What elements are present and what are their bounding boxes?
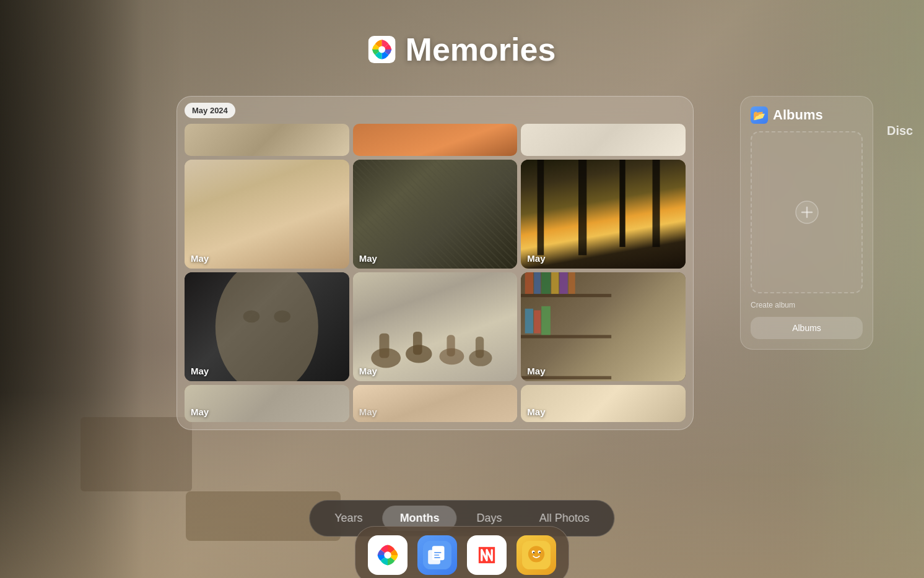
photo-cell[interactable]: May: [521, 385, 686, 422]
svg-rect-18: [521, 294, 611, 297]
month-label: May: [359, 253, 377, 264]
photo-row-1: May May May: [185, 160, 686, 269]
photo-row-3-partial: May May May: [185, 385, 686, 422]
svg-point-7: [216, 272, 318, 381]
svg-rect-22: [534, 272, 541, 294]
dock-news[interactable]: [467, 535, 507, 575]
svg-rect-13: [413, 332, 422, 355]
create-album-label: Create album: [751, 301, 863, 309]
albums-title: Albums: [773, 107, 823, 123]
dock: [355, 526, 569, 578]
svg-point-16: [469, 350, 492, 366]
month-label: May: [527, 366, 545, 376]
sofa: [81, 417, 192, 491]
photo-cell[interactable]: May: [353, 272, 518, 381]
svg-point-12: [406, 345, 432, 363]
svg-rect-15: [447, 335, 455, 356]
month-label: May: [527, 253, 545, 264]
svg-rect-17: [476, 337, 484, 358]
photo-cell[interactable]: [521, 124, 686, 156]
photo-cell[interactable]: [185, 124, 349, 156]
news-icon: [473, 541, 501, 569]
month-label: May: [527, 407, 545, 417]
album-plus-icon: [795, 200, 819, 225]
svg-point-14: [439, 348, 464, 365]
photos-app-icon: [368, 36, 396, 63]
svg-rect-11: [379, 334, 389, 358]
photo-cell[interactable]: May: [185, 160, 349, 269]
svg-rect-19: [521, 335, 611, 338]
svg-point-46: [533, 552, 534, 553]
albums-button[interactable]: Albums: [751, 317, 863, 339]
svg-rect-21: [525, 272, 533, 294]
photos-grid: May May May: [177, 97, 693, 429]
photo-row-2: May May: [185, 272, 686, 381]
photo-cell[interactable]: May: [353, 385, 518, 422]
month-label: May: [191, 253, 209, 264]
disc-label: Disc: [887, 124, 924, 138]
svg-rect-24: [551, 272, 559, 294]
svg-rect-25: [560, 272, 568, 294]
svg-rect-38: [434, 552, 442, 553]
photo-cell[interactable]: [353, 124, 518, 156]
files-icon: [423, 541, 451, 569]
app-window: May 2024 May May: [177, 96, 694, 430]
svg-point-9: [274, 310, 290, 322]
svg-rect-40: [434, 557, 440, 558]
svg-rect-39: [434, 554, 439, 556]
svg-point-1: [378, 46, 385, 53]
date-label: May 2024: [185, 103, 235, 118]
albums-icon: 📂: [751, 106, 768, 124]
photo-cell[interactable]: May: [185, 385, 349, 422]
photo-cell[interactable]: May: [353, 160, 518, 269]
app-title: Memories: [406, 31, 556, 68]
month-label: May: [191, 366, 209, 376]
svg-rect-29: [542, 306, 551, 335]
svg-rect-4: [578, 160, 586, 255]
albums-panel: 📂 Albums Create album Albums: [740, 96, 873, 350]
svg-rect-27: [525, 309, 533, 334]
svg-point-34: [384, 551, 391, 559]
album-thumb-area[interactable]: [751, 131, 863, 293]
svg-point-43: [528, 546, 544, 562]
svg-rect-2: [521, 160, 686, 269]
svg-rect-26: [569, 272, 575, 294]
photo-cell[interactable]: May: [185, 272, 349, 381]
page-title-area: Memories: [368, 31, 556, 68]
dock-files[interactable]: [417, 535, 457, 575]
svg-point-10: [371, 348, 401, 368]
dock-yoink[interactable]: [516, 535, 556, 575]
yoink-icon: [522, 541, 551, 569]
photo-cell[interactable]: May: [521, 160, 686, 269]
dock-photos[interactable]: [368, 535, 408, 575]
svg-rect-20: [521, 376, 611, 379]
month-label: May: [359, 366, 377, 376]
top-partial-row: [185, 124, 686, 156]
svg-point-47: [539, 552, 541, 553]
svg-rect-6: [653, 160, 660, 247]
svg-point-8: [243, 310, 260, 322]
svg-rect-5: [620, 160, 625, 247]
month-label: May: [359, 407, 377, 417]
svg-rect-23: [542, 272, 551, 294]
svg-rect-28: [534, 310, 541, 333]
photo-cell[interactable]: May: [521, 272, 686, 381]
albums-title-row: 📂 Albums: [751, 106, 863, 124]
month-label: May: [191, 407, 209, 417]
photos-icon: [373, 541, 402, 569]
svg-rect-3: [538, 160, 544, 255]
